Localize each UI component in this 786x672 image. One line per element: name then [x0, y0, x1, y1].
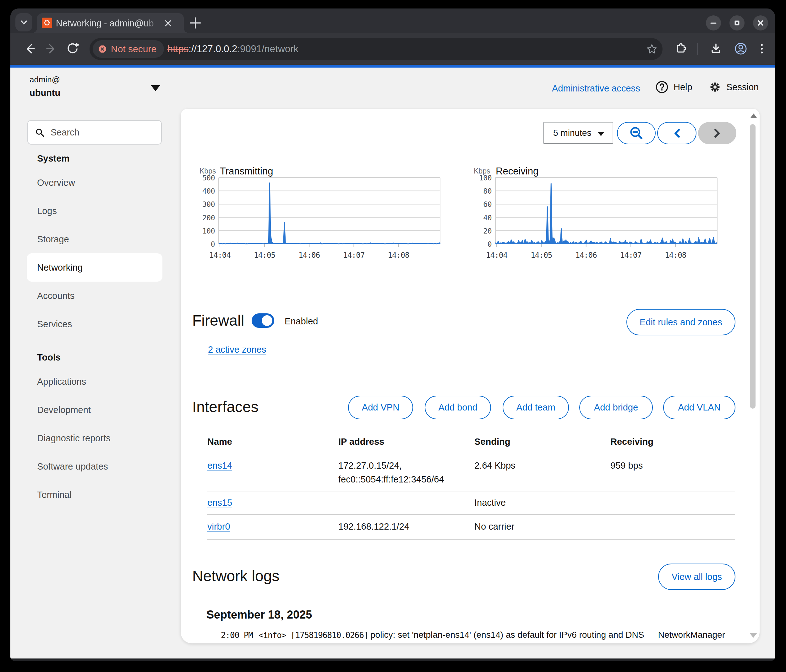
toggle-knob	[262, 315, 272, 326]
sidebar-item-storage[interactable]: Storage	[27, 225, 162, 253]
sidebar-item-applications[interactable]: Applications	[27, 367, 162, 396]
log-entry-row[interactable]: 2:00 PM <info> [1758196810.0266] policy:…	[221, 630, 725, 642]
sidebar-search-input[interactable]: Search	[27, 120, 162, 145]
svg-text:80: 80	[483, 187, 492, 195]
host-switcher[interactable]: admin@ ubuntu	[30, 74, 60, 98]
interfaces-title: Interfaces	[192, 398, 259, 415]
row-separator	[208, 492, 735, 492]
button-label: Add VPN	[349, 397, 412, 419]
svg-text:20: 20	[483, 227, 492, 235]
tab-search-button[interactable]	[16, 13, 32, 31]
minimize-icon	[710, 19, 717, 27]
svg-text:14:05: 14:05	[254, 251, 275, 260]
time-range-select[interactable]: 5 minutes	[543, 122, 613, 144]
row-separator	[208, 514, 735, 515]
url-scheme: https	[167, 43, 189, 54]
session-menu[interactable]: Session	[708, 80, 759, 94]
receiving-cell: 959 bps	[610, 461, 643, 471]
forward-button[interactable]	[43, 41, 60, 57]
interface-link[interactable]: virbr0	[208, 521, 230, 532]
svg-text:60: 60	[483, 200, 492, 208]
sidebar-nav: SystemOverviewLogsStorageNetworkingAccou…	[27, 149, 162, 509]
interface-link[interactable]: ens14	[208, 461, 232, 471]
url-text: https://127.0.0.2:9091/network	[167, 38, 299, 60]
plus-icon	[185, 13, 206, 33]
svg-text:40: 40	[483, 214, 492, 222]
zoom-out-button[interactable]	[617, 122, 656, 144]
profile-avatar-icon[interactable]	[733, 41, 749, 57]
firewall-toggle[interactable]	[252, 313, 274, 328]
sidebar-item-software-updates[interactable]: Software updates	[27, 452, 162, 481]
administrative-access-link[interactable]: Administrative access	[552, 83, 640, 94]
circle-of-friends-icon	[42, 17, 52, 28]
ubuntu-favicon-icon	[42, 17, 52, 28]
host-switcher-caret-icon[interactable]	[151, 85, 160, 91]
tab-close-icon[interactable]	[163, 18, 173, 28]
window-minimize-button[interactable]	[706, 16, 721, 30]
svg-text:14:08: 14:08	[665, 251, 686, 260]
log-prefix: <info> [1758196810.0266]	[259, 631, 368, 640]
svg-text:14:06: 14:06	[299, 251, 320, 260]
sending-cell: No carrier	[474, 521, 514, 532]
add-bridge-button[interactable]: Add bridge	[579, 396, 653, 419]
view-all-logs-button[interactable]: View all logs	[658, 563, 736, 590]
svg-text:14:07: 14:07	[343, 251, 365, 260]
window-maximize-button[interactable]	[729, 16, 745, 30]
chevron-down-icon	[19, 18, 28, 27]
sidebar-item-overview[interactable]: Overview	[27, 168, 162, 197]
back-button[interactable]	[22, 41, 38, 57]
edit-rules-button[interactable]: Edit rules and zones	[626, 309, 736, 335]
sidebar-item-accounts[interactable]: Accounts	[27, 282, 162, 310]
browser-menu-icon[interactable]	[754, 41, 770, 57]
address-bar[interactable]: Not secure https://127.0.0.2:9091/networ…	[90, 38, 663, 60]
svg-text:300: 300	[202, 200, 215, 208]
scrollbar-up-arrow-icon[interactable]	[750, 113, 757, 118]
close-icon	[757, 19, 764, 27]
interface-link[interactable]: ens15	[208, 497, 232, 508]
sending-cell: Inactive	[474, 497, 506, 508]
scrollbar-down-arrow-icon[interactable]	[750, 633, 757, 638]
user-name: admin@	[30, 74, 60, 85]
active-zones-link[interactable]: 2 active zones	[208, 345, 266, 355]
sidebar-item-diagnostic-reports[interactable]: Diagnostic reports	[27, 424, 162, 452]
table-header: Name	[208, 437, 232, 447]
cockpit-page: admin@ ubuntu Administrative access Help…	[10, 68, 775, 658]
window-close-button[interactable]	[753, 16, 768, 30]
search-placeholder: Search	[50, 121, 80, 144]
table-header: Receiving	[610, 437, 654, 447]
not-secure-badge[interactable]: Not secure	[93, 40, 164, 58]
new-tab-button[interactable]	[185, 13, 206, 33]
browser-tab[interactable]: Networking - admin@ub	[37, 13, 184, 33]
graph-previous-button[interactable]	[657, 122, 696, 144]
svg-text:14:07: 14:07	[620, 251, 641, 260]
extensions-icon[interactable]	[673, 41, 689, 57]
chevron-right-icon	[713, 127, 721, 139]
scrollbar-thumb[interactable]	[750, 124, 756, 409]
three-dots-icon	[754, 41, 770, 57]
ip-address-cell: 172.27.0.15/24,	[338, 461, 402, 471]
add-vpn-button[interactable]: Add VPN	[348, 396, 413, 419]
maximize-icon	[733, 19, 741, 27]
sidebar-section-title: System	[27, 149, 162, 168]
ip-address-cell: fec0::5054:ff:fe12:3456/64	[338, 474, 444, 485]
firewall-title: Firewall	[192, 312, 244, 329]
sidebar-item-logs[interactable]: Logs	[27, 197, 162, 225]
table-header: IP address	[338, 437, 384, 447]
svg-text:500: 500	[202, 174, 215, 182]
add-bond-button[interactable]: Add bond	[425, 396, 491, 419]
sidebar-item-development[interactable]: Development	[27, 396, 162, 424]
help-menu[interactable]: Help	[655, 80, 692, 94]
bookmark-star-icon[interactable]	[646, 43, 657, 55]
sidebar-item-terminal[interactable]: Terminal	[27, 481, 162, 509]
url-host: ://127.0.0.2	[189, 43, 237, 54]
add-team-button[interactable]: Add team	[503, 396, 569, 419]
sidebar-item-services[interactable]: Services	[27, 310, 162, 338]
add-vlan-button[interactable]: Add VLAN	[663, 396, 736, 419]
downloads-icon[interactable]	[708, 41, 724, 57]
reload-button[interactable]	[64, 41, 81, 57]
button-label: Add VLAN	[664, 397, 735, 419]
loading-accent-bar	[10, 65, 775, 68]
sidebar-item-networking[interactable]: Networking	[27, 253, 162, 282]
svg-text:Receiving: Receiving	[496, 166, 538, 177]
graph-next-button[interactable]	[698, 122, 736, 144]
